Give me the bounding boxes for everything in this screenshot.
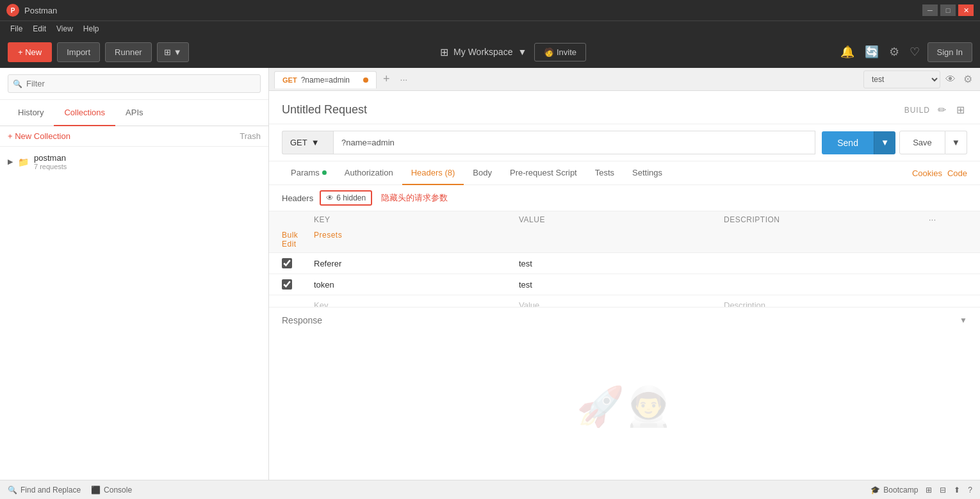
send-dropdown-button[interactable]: ▼ — [874, 131, 895, 154]
edit-button[interactable]: ✏ — [935, 101, 949, 119]
placeholder-value[interactable]: Value — [519, 300, 717, 307]
bootcamp-label: Bootcamp — [883, 486, 918, 495]
invite-button[interactable]: 🧑 Invite — [534, 43, 586, 61]
sidebar-tab-history[interactable]: History — [8, 100, 54, 126]
method-select[interactable]: GET ▼ — [282, 131, 333, 154]
help-button[interactable]: ? — [968, 486, 972, 495]
request-title: Untitled Request — [282, 103, 367, 117]
subtab-params-label: Params — [291, 168, 320, 177]
bulk-edit-button[interactable]: Bulk Edit — [282, 231, 307, 249]
subtab-headers[interactable]: Headers (8) — [402, 161, 464, 185]
save-dropdown-button[interactable]: ▼ — [945, 131, 967, 154]
hidden-badge[interactable]: 👁 6 hidden — [320, 190, 372, 206]
add-tab-button[interactable]: + — [379, 71, 394, 87]
find-replace-icon: 🔍 — [8, 486, 17, 495]
notifications-button[interactable]: 🔔 — [838, 42, 857, 61]
menu-edit[interactable]: Edit — [28, 23, 51, 35]
toolbar-right: 🔔 🔄 ⚙ ♡ Sign In — [838, 42, 972, 62]
code-link[interactable]: Code — [947, 168, 967, 178]
new-button[interactable]: + New — [8, 42, 52, 62]
headers-bar: Headers 👁 6 hidden 隐藏头的请求参数 — [269, 185, 980, 211]
console-icon: ⬛ — [91, 486, 101, 495]
tab-method: GET — [282, 76, 297, 84]
side-by-side-button[interactable]: ⊟ — [940, 486, 946, 495]
row2-checkbox[interactable] — [282, 279, 292, 290]
bottom-bar: 🔍 Find and Replace ⬛ Console 🎓 Bootcamp … — [0, 480, 980, 499]
sidebar-tab-apis[interactable]: APIs — [115, 100, 153, 126]
layout-button[interactable]: ⊞ ▼ — [157, 42, 189, 62]
more-options-icon[interactable]: ··· — [929, 215, 967, 224]
collection-item[interactable]: ▶ 📁 postman 7 requests — [0, 147, 268, 177]
table-row: token test — [269, 274, 980, 295]
new-collection-button[interactable]: + New Collection — [8, 131, 70, 141]
upload-button[interactable]: ⬆ — [954, 486, 960, 495]
subtab-tests[interactable]: Tests — [586, 161, 623, 185]
console-label: Console — [104, 486, 132, 495]
table-row: Referer test — [269, 253, 980, 274]
toolbar: + New Import Runner ⊞ ▼ ⊞ My Workspace ▼… — [0, 36, 980, 68]
find-replace-label: Find and Replace — [20, 486, 81, 495]
menu-help[interactable]: Help — [78, 23, 104, 35]
send-button[interactable]: Send — [822, 131, 874, 154]
placeholder-description[interactable]: Description — [724, 300, 922, 307]
collection-count: 7 requests — [34, 163, 261, 170]
subtab-prerequest[interactable]: Pre-request Script — [501, 161, 586, 185]
folder-icon: 📁 — [18, 157, 29, 167]
cookies-link[interactable]: Cookies — [912, 168, 942, 178]
find-replace-button[interactable]: 🔍 Find and Replace — [8, 486, 81, 495]
maximize-button[interactable]: □ — [940, 4, 956, 16]
layout-options-button[interactable]: ⊞ — [954, 101, 967, 119]
layout-btn-bottom[interactable]: ⊞ — [926, 486, 932, 495]
heart-button[interactable]: ♡ — [907, 42, 922, 61]
settings-button[interactable]: ⚙ — [886, 42, 902, 61]
headers-section: Headers 👁 6 hidden 隐藏头的请求参数 KEY VALUE DE… — [269, 185, 980, 307]
trash-button[interactable]: Trash — [240, 131, 261, 141]
subtab-settings[interactable]: Settings — [623, 161, 671, 185]
row1-checkbox[interactable] — [282, 258, 292, 268]
chinese-annotation: 隐藏头的请求参数 — [381, 192, 448, 204]
close-button[interactable]: ✕ — [958, 4, 974, 16]
headers-label: Headers — [282, 193, 313, 203]
subtab-body[interactable]: Body — [464, 161, 501, 185]
eye-button[interactable]: 👁 — [943, 71, 958, 88]
toolbar-center: ⊞ My Workspace ▼ 🧑 Invite — [194, 43, 833, 61]
import-button[interactable]: Import — [57, 42, 100, 62]
save-button[interactable]: Save — [899, 131, 945, 154]
placeholder-key[interactable]: Key — [314, 300, 512, 307]
subtab-authorization[interactable]: Authorization — [336, 161, 402, 185]
tab-name: ?name=admin — [301, 76, 359, 85]
main-layout: 🔍 History Collections APIs + New Collect… — [0, 68, 980, 480]
bootcamp-icon: 🎓 — [870, 486, 880, 495]
console-button[interactable]: ⬛ Console — [91, 486, 132, 495]
request-header: Untitled Request BUILD ✏ ⊞ — [269, 91, 980, 124]
sidebar-search-area: 🔍 — [0, 68, 268, 100]
url-input[interactable] — [333, 131, 815, 154]
sub-tabs: Params Authorization Headers (8) Body Pr… — [269, 161, 980, 185]
environment-select[interactable]: test — [863, 70, 940, 88]
bootcamp-button[interactable]: 🎓 Bootcamp — [870, 486, 918, 495]
row1-key: Referer — [314, 259, 512, 268]
request-tab[interactable]: GET ?name=admin — [274, 71, 377, 88]
menu-file[interactable]: File — [5, 23, 28, 35]
title-bar-left: P Postman — [6, 4, 57, 17]
row2-value: test — [519, 280, 717, 290]
workspace-button[interactable]: ⊞ My Workspace ▼ — [440, 46, 527, 58]
presets-button[interactable]: Presets — [314, 231, 512, 249]
sync-button[interactable]: 🔄 — [862, 42, 881, 61]
subtab-params[interactable]: Params — [282, 161, 336, 185]
hidden-count: 6 hidden — [336, 193, 366, 202]
minimize-button[interactable]: ─ — [922, 4, 938, 16]
more-tabs-button[interactable]: ··· — [396, 73, 412, 86]
empty-state-illustration: 🚀👨‍🚀 — [576, 384, 673, 429]
filter-input[interactable] — [8, 74, 261, 93]
bottom-left: 🔍 Find and Replace ⬛ Console — [8, 486, 132, 495]
sidebar-tab-collections[interactable]: Collections — [54, 100, 115, 126]
sign-in-button[interactable]: Sign In — [927, 42, 972, 62]
bottom-right: 🎓 Bootcamp ⊞ ⊟ ⬆ ? — [870, 486, 972, 495]
sidebar-actions: + New Collection Trash — [0, 126, 268, 147]
runner-button[interactable]: Runner — [105, 42, 152, 62]
response-chevron-icon[interactable]: ▼ — [960, 316, 967, 325]
filter-settings-button[interactable]: ⚙ — [961, 70, 975, 88]
response-label: Response — [282, 315, 322, 325]
menu-view[interactable]: View — [51, 23, 78, 35]
